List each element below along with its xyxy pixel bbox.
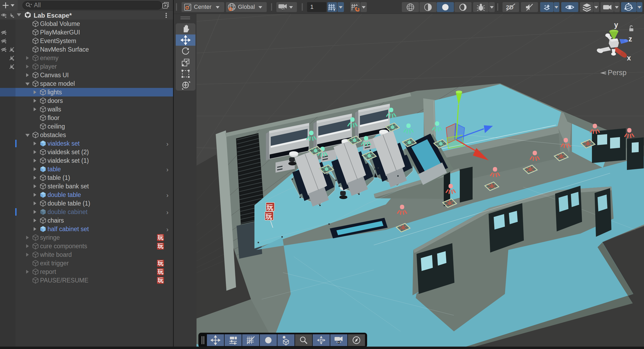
svg-text:y: y	[614, 21, 618, 29]
svg-text:z: z	[629, 35, 632, 43]
svg-text:x: x	[627, 54, 631, 62]
svg-text:Y: Y	[333, 7, 336, 11]
svg-text:Persp: Persp	[608, 69, 627, 77]
svg-text:玩: 玩	[266, 204, 273, 211]
svg-text:玩: 玩	[265, 213, 272, 220]
svg-text:2D: 2D	[506, 4, 513, 11]
